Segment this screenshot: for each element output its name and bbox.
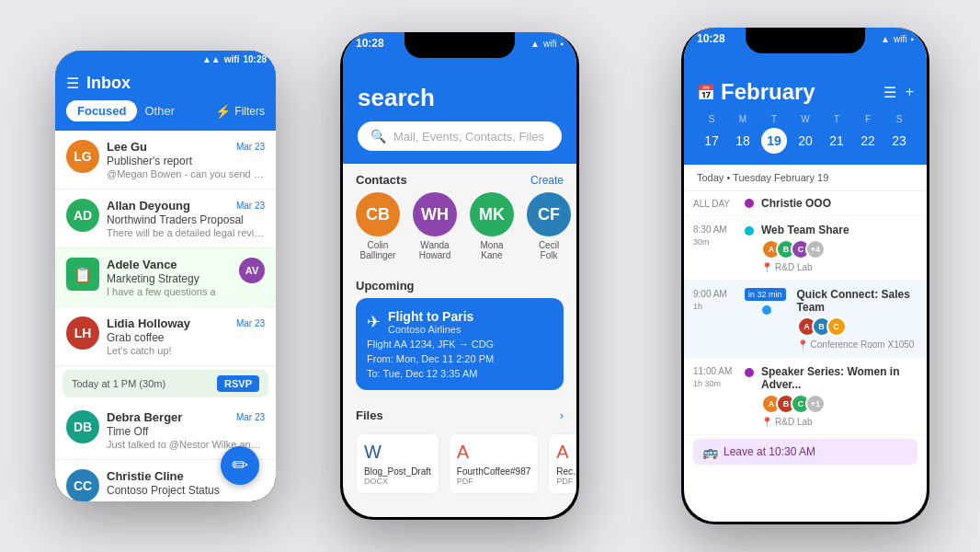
file-card[interactable]: A FourthCoffee#987 PDF	[449, 433, 539, 494]
upcoming-section-header: Upcoming	[343, 270, 576, 298]
phone-calendar: 10:28 ▲ wifi ▪ 📅 February ☰ +	[681, 28, 929, 524]
attendees: A B C	[797, 316, 917, 337]
search-input[interactable]: Mail, Events, Contacts, Files	[393, 130, 544, 144]
location-icon: 📍	[797, 339, 808, 350]
wifi-icon: wifi	[543, 39, 556, 49]
contacts-section-header: Contacts Create	[343, 164, 576, 192]
email-preview: There will be a detailed legal review of…	[107, 227, 265, 238]
avatar: DB	[66, 410, 99, 443]
leave-text: Leave at 10:30 AM	[724, 445, 815, 458]
rsvp-button[interactable]: RSVP	[217, 375, 259, 392]
calendar-event[interactable]: 8:30 AM30m Web Team Share A B C +4 📍 R&D…	[684, 216, 927, 281]
in-progress-badge: in 32 min	[745, 288, 786, 301]
add-event-icon[interactable]: +	[906, 84, 914, 100]
file-card[interactable]: A Rec... PDF	[548, 433, 576, 494]
event-time: 9:00 AM1h	[693, 288, 737, 350]
calendar-header: 📅 February ☰ + S17 M18 T19 W20 T21 F22	[684, 50, 927, 165]
signal-icon: ▲▲	[202, 54, 221, 64]
extra-count: +1	[805, 394, 826, 414]
email-item[interactable]: LG Lee Gu Mar 23 Publisher's report @Meg…	[55, 131, 276, 190]
flight-to: To: Tue, Dec 12 3:35 AM	[367, 368, 553, 379]
event-location: 📍 R&D Lab	[761, 262, 917, 272]
meeting-banner[interactable]: Today at 1 PM (30m) RSVP	[63, 370, 268, 397]
location-icon: 📍	[761, 417, 772, 427]
location-icon: 📍	[761, 262, 772, 272]
pdf-icon: A	[556, 442, 576, 463]
sender-name: Lee Gu	[107, 140, 147, 154]
files-grid: W Blog_Post_Draft DOCX A FourthCoffee#98…	[356, 433, 564, 494]
event-title: Web Team Share	[761, 224, 917, 236]
pdf-icon: A	[457, 442, 530, 463]
contact-item[interactable]: CF CecilFolk	[527, 192, 571, 260]
email-item[interactable]: AD Allan Deyoung Mar 23 Northwind Trader…	[55, 190, 276, 248]
signal-icon: ▲	[881, 34, 890, 44]
grid-icon[interactable]: ☰	[883, 84, 896, 101]
event-time: 8:30 AM30m	[693, 224, 737, 272]
contact-name: MonaKane	[480, 240, 503, 260]
email-item[interactable]: LH Lidia Holloway Mar 23 Grab coffee Let…	[55, 307, 276, 366]
sender-name: Debra Berger	[107, 410, 182, 424]
file-name: FourthCoffee#987	[457, 466, 530, 477]
tab-other[interactable]: Other	[144, 104, 175, 118]
filters-button[interactable]: ⚡ Filters	[215, 104, 265, 119]
file-card[interactable]: W Blog_Post_Draft DOCX	[356, 433, 439, 494]
attendees: A B C +1	[761, 394, 917, 414]
battery-icon: ▪	[560, 39, 564, 49]
flight-from: From: Mon, Dec 11 2:20 PM	[367, 353, 553, 364]
upcoming-label: Upcoming	[356, 279, 415, 293]
email-subject: Marketing Strategy	[107, 272, 232, 285]
compose-icon: ✏	[232, 454, 248, 477]
event-dot	[762, 305, 771, 315]
calendar-body: Today • Tuesday February 19 ALL DAY Chri…	[684, 165, 927, 468]
day-label: W20	[791, 114, 820, 154]
hamburger-icon[interactable]: ☰	[66, 75, 79, 92]
calendar-event[interactable]: 11:00 AM1h 30m Speaker Series: Women in …	[684, 358, 927, 435]
attendees: A B C +4	[761, 239, 917, 259]
flight-card[interactable]: ✈ Flight to Paris Contoso Airlines Fligh…	[356, 298, 564, 390]
bus-icon: 🚌	[702, 444, 718, 459]
files-action[interactable]: ›	[560, 409, 564, 422]
contacts-action[interactable]: Create	[530, 174, 564, 187]
leave-banner[interactable]: 🚌 Leave at 10:30 AM	[693, 439, 917, 465]
allday-event[interactable]: ALL DAY Christie OOO	[684, 191, 927, 216]
contact-item[interactable]: WH WandaHoward	[413, 192, 457, 260]
notch	[405, 32, 515, 58]
file-type: PDF	[556, 477, 576, 486]
wifi-icon: wifi	[894, 34, 906, 44]
sender-name: Christie Cline	[107, 469, 184, 483]
day-label: F22	[853, 114, 883, 154]
day-label[interactable]: T19	[759, 114, 789, 154]
files-label: Files	[356, 408, 383, 422]
event-title: Speaker Series: Women in Adver...	[761, 365, 917, 391]
flight-number: Flight AA 1234, JFK → CDG	[367, 339, 553, 350]
email-preview: Let's catch up!	[107, 345, 265, 356]
calendar-month: February	[721, 79, 815, 105]
email-item[interactable]: 📋 Adele Vance Marketing Strategy I have …	[55, 248, 276, 307]
email-date: Mar 23	[236, 201, 265, 211]
sender-name: Lidia Holloway	[107, 316, 190, 330]
avatar: AD	[66, 199, 99, 232]
meeting-time: Today at 1 PM (30m)	[72, 378, 165, 389]
app-tile: 📋	[66, 258, 99, 291]
calendar-event[interactable]: 9:00 AM1h in 32 min Quick Connect: Sales…	[684, 281, 927, 358]
flight-airline: Contoso Airlines	[388, 324, 473, 335]
search-bar[interactable]: 🔍 Mail, Events, Contacts, Files	[358, 121, 562, 151]
day-label: T21	[822, 114, 851, 154]
contact-item[interactable]: CB ColinBallinger	[356, 192, 400, 260]
phone-inbox: ▲▲ wifi 10:28 ☰ Inbox Focused Other ⚡	[55, 51, 276, 501]
notch	[746, 28, 865, 53]
email-subject: Grab coffee	[107, 331, 265, 344]
contact-name: WandaHoward	[419, 240, 450, 260]
wifi-icon: wifi	[224, 54, 240, 64]
search-title: search	[358, 84, 562, 112]
sender-name: Allan Deyoung	[107, 199, 190, 213]
contact-item[interactable]: MK MonaKane	[470, 192, 514, 260]
filters-label: Filters	[234, 105, 265, 118]
email-date: Mar 23	[236, 142, 265, 152]
time-center: 10:28	[356, 37, 384, 50]
phone-search: 10:28 ▲ wifi ▪ search 🔍 Mail, Events, Co…	[340, 32, 579, 520]
tab-focused[interactable]: Focused	[66, 100, 137, 121]
compose-fab[interactable]: ✏	[221, 446, 259, 485]
bolt-icon: ⚡	[215, 104, 231, 119]
email-preview: I have a few questions a	[107, 286, 232, 297]
